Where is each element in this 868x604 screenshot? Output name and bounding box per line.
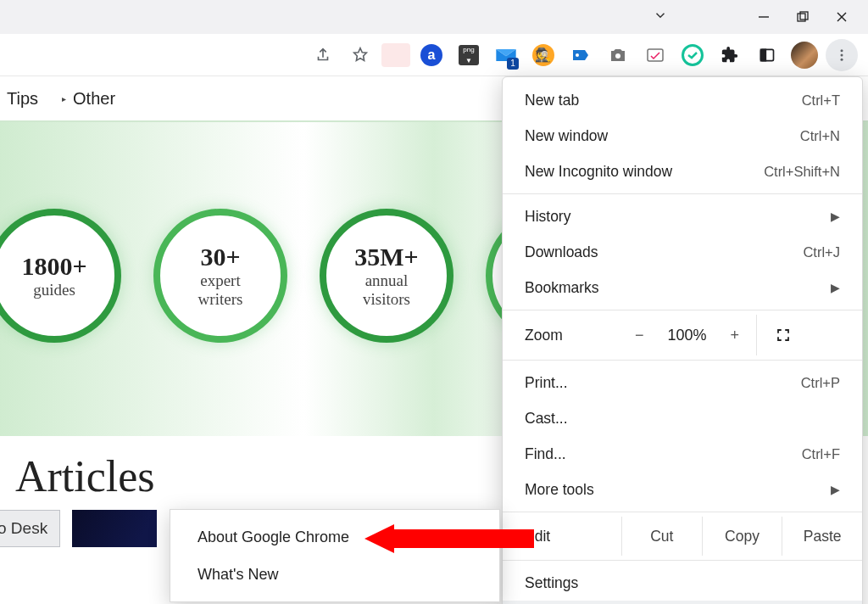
menu-divider (503, 360, 862, 361)
extension-mail-icon[interactable]: 1 (490, 39, 522, 71)
menu-shortcut: Ctrl+T (802, 92, 840, 109)
maximize-button[interactable] (783, 0, 822, 34)
nav-other-label: Other (73, 89, 115, 109)
menu-label: Downloads (525, 243, 598, 261)
window-titlebar (0, 0, 868, 34)
menu-history[interactable]: History▶ (503, 199, 862, 234)
menu-label: History (525, 208, 570, 226)
zoom-in-button[interactable]: + (731, 327, 740, 344)
submenu-arrow-icon: ▶ (831, 281, 840, 294)
extension-picture-icon[interactable] (639, 39, 671, 71)
menu-shortcut: Ctrl+Shift+N (764, 164, 840, 180)
stat-number: 1800+ (21, 252, 86, 281)
svg-point-6 (615, 53, 620, 59)
menu-label: Print... (525, 374, 568, 392)
stat-label: guides (33, 281, 75, 299)
menu-divider (503, 310, 862, 310)
menu-cast[interactable]: Cast... (503, 400, 862, 436)
edit-cut[interactable]: Cut (621, 517, 702, 556)
extension-icon-1[interactable] (381, 43, 410, 67)
extension-spy-icon[interactable]: 🕵️ (527, 39, 559, 71)
extension-camera-icon[interactable] (602, 39, 634, 71)
svg-point-10 (841, 49, 843, 52)
extension-png-icon[interactable]: png▼ (453, 39, 485, 71)
menu-label: Find... (525, 445, 566, 463)
nav-other[interactable]: ▸ Other (62, 89, 115, 109)
profile-avatar[interactable] (788, 39, 821, 71)
menu-new-tab[interactable]: New tabCtrl+T (503, 82, 862, 118)
menu-label: New window (525, 127, 608, 145)
stat-number: 35M+ (354, 243, 418, 271)
menu-more-tools[interactable]: More tools▶ (503, 472, 862, 507)
menu-label: New tab (525, 92, 579, 109)
nav-tips-label: Tips (7, 89, 38, 109)
submenu-arrow-icon: ▶ (831, 210, 840, 223)
stat-number: 30+ (200, 243, 240, 271)
menu-new-incognito[interactable]: New Incognito windowCtrl+Shift+N (503, 154, 862, 189)
menu-print[interactable]: Print...Ctrl+P (503, 365, 862, 400)
odesk-button[interactable]: o Desk (0, 510, 60, 547)
nav-tips[interactable]: Tips (7, 89, 38, 109)
menu-downloads[interactable]: DownloadsCtrl+J (503, 234, 862, 270)
menu-label: New Incognito window (525, 163, 672, 181)
browser-toolbar: a png▼ 1 🕵️ (0, 34, 868, 76)
edit-copy[interactable]: Copy (702, 517, 782, 556)
menu-divider (503, 512, 862, 512)
menu-divider (503, 560, 862, 561)
annotation-arrow-icon (364, 509, 534, 568)
article-thumbnail[interactable] (72, 510, 157, 547)
menu-shortcut: Ctrl+P (801, 375, 840, 391)
edit-paste[interactable]: Paste (782, 517, 862, 556)
submenu-arrow-icon: ▶ (831, 483, 840, 496)
menu-find[interactable]: Find...Ctrl+F (503, 436, 862, 472)
zoom-percent: 100% (668, 327, 707, 344)
stat-label: expertwriters (198, 271, 243, 309)
svg-rect-9 (761, 49, 766, 60)
bookmark-star-icon[interactable] (344, 39, 376, 71)
zoom-out-button[interactable]: − (635, 327, 644, 344)
svg-rect-13 (394, 529, 534, 548)
share-icon[interactable] (307, 39, 339, 71)
kebab-menu-icon[interactable] (826, 39, 858, 71)
menu-bookmarks[interactable]: Bookmarks▶ (503, 270, 862, 305)
menu-zoom-row: Zoom − 100% + (503, 315, 862, 355)
menu-settings[interactable]: Settings (503, 565, 862, 601)
menu-label: Bookmarks (525, 279, 599, 297)
menu-label: Settings (525, 574, 578, 592)
fullscreen-button[interactable] (756, 315, 809, 355)
chevron-down-icon[interactable] (653, 8, 668, 26)
menu-edit-row: Edit Cut Copy Paste (503, 517, 862, 556)
extension-icon-a[interactable]: a (415, 39, 448, 71)
stat-circle: 35M+ annualvisitors (320, 209, 453, 343)
menu-help[interactable]: Help▶ (503, 601, 862, 604)
svg-point-5 (576, 53, 579, 57)
minimize-button[interactable] (744, 0, 783, 34)
menu-label: More tools (525, 481, 594, 499)
extensions-puzzle-icon[interactable] (714, 39, 746, 71)
menu-shortcut: Ctrl+J (803, 244, 840, 260)
close-button[interactable] (822, 0, 861, 34)
svg-point-12 (841, 58, 843, 60)
stat-circle: 1800+ guides (0, 209, 121, 343)
menu-divider (503, 193, 862, 194)
sidepanel-icon[interactable] (751, 39, 783, 71)
stat-label: annualvisitors (363, 271, 410, 309)
chrome-main-menu: New tabCtrl+T New windowCtrl+N New Incog… (502, 76, 863, 604)
svg-point-11 (841, 53, 843, 56)
extension-tag-icon[interactable] (565, 39, 597, 71)
menu-shortcut: Ctrl+N (800, 128, 840, 144)
menu-new-window[interactable]: New windowCtrl+N (503, 118, 862, 154)
zoom-label: Zoom (525, 327, 635, 344)
menu-shortcut: Ctrl+F (802, 446, 840, 462)
svg-rect-7 (648, 49, 663, 61)
caret-icon: ▸ (62, 94, 66, 103)
stat-circle: 30+ expertwriters (153, 209, 287, 343)
menu-label: Cast... (525, 410, 568, 428)
extension-grammarly-icon[interactable] (676, 39, 709, 71)
